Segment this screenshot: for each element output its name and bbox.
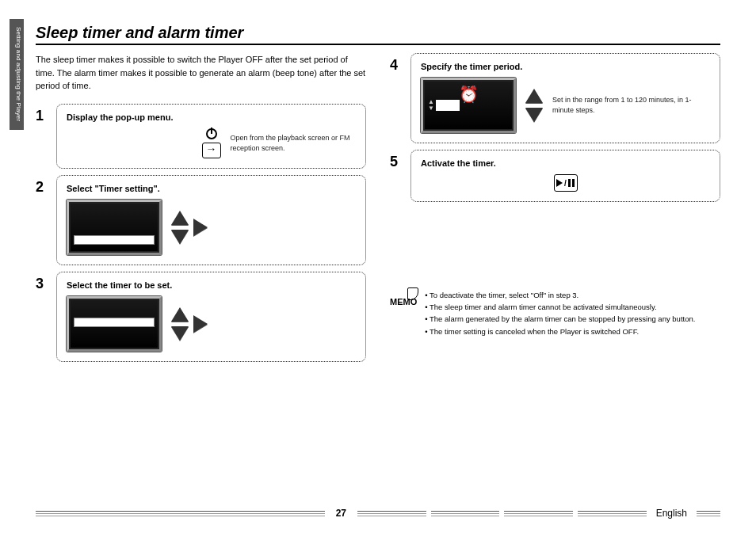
- step-1: 1 Display the pop-up menu. Open from the…: [36, 104, 366, 169]
- player-screen: [67, 296, 162, 352]
- memo-item: The sleep timer and alarm timer cannot b…: [425, 301, 695, 313]
- memo-label: MEMO: [390, 289, 417, 337]
- section-tab: Setting and adjusting the Player: [10, 19, 24, 130]
- step-title: Specify the timer period.: [421, 62, 710, 71]
- step-3: 3 Select the timer to be set.: [36, 272, 366, 362]
- step-title: Select "Timer setting".: [67, 184, 356, 193]
- memo-item: To deactivate the timer, select "Off" in…: [425, 289, 695, 301]
- step-number: 4: [390, 53, 403, 72]
- step-number: 1: [36, 104, 48, 123]
- intro-text: The sleep timer makes it possible to swi…: [36, 53, 366, 93]
- page-title: Sleep timer and alarm timer: [36, 24, 720, 45]
- play-pause-button-icon: /: [554, 174, 578, 192]
- step-2: 2 Select "Timer setting".: [36, 175, 366, 265]
- up-button-icon: [171, 307, 189, 322]
- step-title: Activate the timer.: [421, 158, 710, 168]
- up-button-icon: [525, 89, 543, 103]
- memo-item: The alarm generated by the alarm timer c…: [425, 313, 695, 325]
- memo-list: To deactivate the timer, select "Off" in…: [425, 289, 695, 337]
- step-5: 5 Activate the timer. /: [390, 150, 720, 202]
- memo-block: MEMO To deactivate the timer, select "Of…: [390, 289, 720, 337]
- up-button-icon: [171, 211, 189, 225]
- language-label: English: [653, 508, 690, 519]
- page-footer: 27 English: [36, 508, 720, 519]
- step-number: 3: [36, 272, 48, 291]
- player-screen: ⏰ ▲▼: [421, 78, 516, 133]
- down-button-icon: [171, 230, 189, 244]
- power-icon: [206, 128, 217, 139]
- step-title: Display the pop-up menu.: [67, 112, 356, 122]
- page-number: 27: [331, 508, 351, 519]
- right-button-icon: [193, 219, 208, 236]
- menu-icon: [202, 143, 221, 158]
- player-screen: [67, 200, 162, 255]
- step-desc: Set in the range from 1 to 120 minutes, …: [552, 95, 710, 115]
- right-button-icon: [193, 315, 208, 333]
- step-number: 5: [390, 150, 403, 169]
- down-button-icon: [171, 326, 189, 341]
- step-number: 2: [36, 175, 48, 194]
- step-desc: Open from the playback screen or FM rece…: [231, 133, 357, 153]
- memo-item: The timer setting is canceled when the P…: [425, 326, 695, 337]
- step-title: Select the timer to be set.: [67, 280, 356, 290]
- down-button-icon: [525, 108, 543, 122]
- step-4: 4 Specify the timer period. ⏰ ▲▼: [390, 53, 720, 143]
